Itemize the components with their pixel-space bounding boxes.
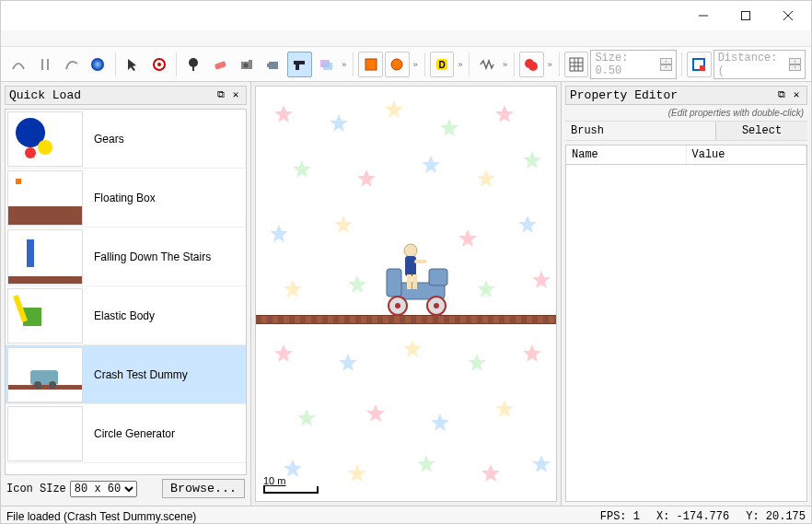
- property-editor-panel: Property Editor ⧉ ✕ (Edit properties wit…: [561, 82, 811, 506]
- svg-rect-16: [296, 64, 299, 70]
- browse-button[interactable]: Browse...: [162, 479, 245, 498]
- svg-point-6: [157, 63, 161, 66]
- quick-load-panel: Quick Load ⧉ ✕ Gears Floating Box Fallin…: [1, 82, 251, 506]
- svg-rect-40: [405, 256, 416, 276]
- statusbar: File loaded (Crash Test Dummy.scene) FPS…: [1, 506, 811, 524]
- tool-union-icon[interactable]: [519, 52, 544, 77]
- svg-rect-34: [429, 269, 447, 285]
- toolbar: » » D » » » Size: 0.50▴▾ Distance: (▴▾: [1, 47, 811, 82]
- minimize-button[interactable]: [682, 2, 725, 29]
- tool-snap-icon[interactable]: [687, 52, 712, 77]
- tool-arc-icon[interactable]: [6, 52, 31, 77]
- list-item[interactable]: Floating Box: [6, 169, 246, 227]
- svg-point-36: [395, 303, 400, 309]
- icon-size-label: Icon SIze: [6, 483, 66, 495]
- svg-rect-42: [412, 274, 417, 289]
- hint-text: (Edit properties with double-click): [565, 105, 807, 121]
- svg-rect-19: [365, 59, 377, 70]
- tool-curve-icon[interactable]: [59, 52, 84, 77]
- svg-rect-31: [700, 65, 705, 71]
- svg-point-20: [391, 59, 402, 70]
- tool-split-icon[interactable]: [33, 52, 58, 77]
- shape-circle-icon[interactable]: [385, 52, 410, 77]
- col-value: Value: [687, 146, 807, 164]
- titlebar: [1, 1, 811, 30]
- distance-input[interactable]: Distance: (▴▾: [713, 50, 806, 79]
- tool-camera-icon[interactable]: [235, 52, 260, 77]
- icon-size-select[interactable]: 80 x 60: [70, 481, 137, 497]
- tool-pin-icon[interactable]: [181, 52, 206, 77]
- tool-eraser-icon[interactable]: [208, 52, 233, 77]
- tool-layers-icon[interactable]: [314, 52, 339, 77]
- y-readout: Y: 20.175: [746, 510, 806, 523]
- list-item[interactable]: Crash Test Dummy: [6, 345, 246, 404]
- list-item[interactable]: Elastic Body: [6, 286, 246, 345]
- svg-point-38: [434, 303, 439, 309]
- expand-icon[interactable]: »: [501, 60, 509, 69]
- status-message: File loaded (Crash Test Dummy.scene): [6, 510, 196, 523]
- svg-rect-9: [215, 61, 226, 70]
- tool-cursor-icon[interactable]: [121, 52, 145, 77]
- svg-rect-8: [192, 66, 194, 71]
- svg-text:D: D: [438, 60, 445, 70]
- svg-rect-25: [570, 58, 583, 71]
- tool-target-icon[interactable]: [146, 52, 171, 77]
- menubar[interactable]: [1, 30, 811, 47]
- fps-readout: FPS: 1: [600, 510, 640, 523]
- svg-rect-33: [387, 269, 401, 297]
- quick-load-list[interactable]: Gears Floating Box Falling Down The Stai…: [5, 109, 247, 475]
- svg-rect-14: [267, 64, 270, 67]
- expand-icon[interactable]: »: [340, 60, 348, 69]
- svg-point-24: [528, 62, 538, 71]
- size-input[interactable]: Size: 0.50▴▾: [590, 50, 677, 79]
- svg-rect-13: [269, 62, 278, 69]
- close-icon[interactable]: ✕: [229, 89, 242, 102]
- svg-rect-18: [323, 63, 332, 70]
- select-button[interactable]: Select: [715, 122, 807, 140]
- list-item[interactable]: Falling Down The Stairs: [6, 227, 246, 286]
- tool-sphere-icon[interactable]: [86, 52, 110, 77]
- svg-rect-41: [407, 274, 412, 289]
- list-item[interactable]: Gears: [6, 110, 246, 169]
- viewport[interactable]: 10 m: [255, 86, 557, 502]
- close-button[interactable]: [767, 2, 809, 29]
- svg-rect-1: [742, 12, 750, 20]
- tool-spring-icon[interactable]: [474, 52, 499, 77]
- svg-point-4: [91, 58, 104, 71]
- scale-bar: 10 m: [263, 475, 319, 494]
- expand-icon[interactable]: »: [456, 60, 464, 69]
- shape-square-icon[interactable]: [358, 52, 383, 77]
- svg-point-12: [243, 63, 248, 67]
- expand-icon[interactable]: »: [412, 60, 420, 69]
- svg-point-7: [189, 58, 198, 67]
- list-item[interactable]: Circle Generator: [6, 404, 246, 463]
- tool-grid-icon[interactable]: [564, 52, 589, 77]
- expand-icon[interactable]: »: [546, 60, 554, 69]
- crash-test-dummy: [366, 241, 458, 324]
- brush-label: Brush: [565, 122, 715, 140]
- undock-icon[interactable]: ⧉: [215, 89, 227, 102]
- svg-rect-15: [294, 61, 305, 64]
- maximize-button[interactable]: [725, 2, 767, 29]
- shape-d-icon[interactable]: D: [430, 52, 455, 77]
- tool-engine-icon[interactable]: [261, 52, 285, 77]
- undock-icon[interactable]: ⧉: [775, 89, 788, 102]
- tool-gun-icon[interactable]: [287, 52, 312, 77]
- x-readout: X: -174.776: [656, 510, 729, 523]
- svg-rect-11: [249, 60, 252, 63]
- svg-rect-43: [414, 260, 427, 263]
- panel-title: Property Editor: [570, 88, 678, 102]
- panel-title: Quick Load: [9, 88, 81, 102]
- close-icon[interactable]: ✕: [790, 89, 803, 102]
- col-name: Name: [566, 146, 687, 164]
- svg-point-39: [404, 244, 417, 257]
- property-table[interactable]: Name Value: [565, 145, 807, 502]
